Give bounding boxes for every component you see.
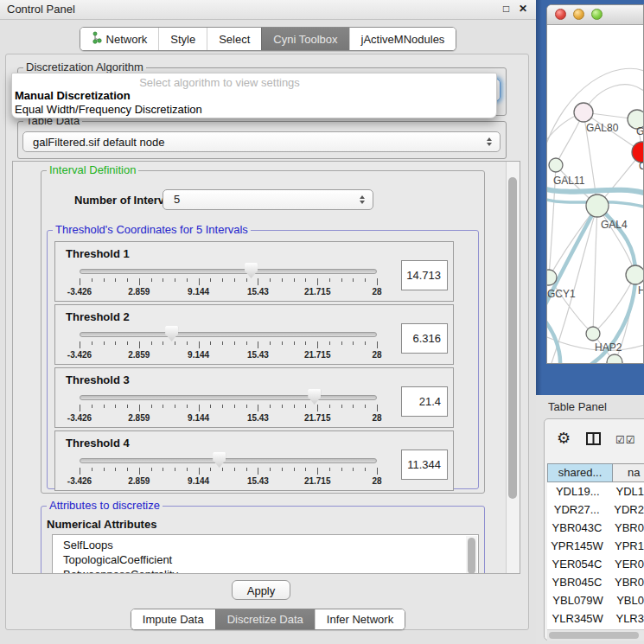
network-node-label: H <box>638 284 644 296</box>
minor-tick <box>127 405 128 408</box>
tick-label: 21.715 <box>304 287 331 296</box>
table-data-combo[interactable]: galFiltered.sif default node <box>22 131 501 152</box>
threshold-value-field[interactable]: 14.713 <box>401 260 448 290</box>
table-row[interactable]: YBL079WYBL0 <box>547 591 644 609</box>
tab-jactivemnodules[interactable]: jActiveMNodules <box>349 28 456 50</box>
table-row[interactable]: YER054CYER0 <box>547 555 644 573</box>
slider-thumb[interactable] <box>308 389 321 405</box>
cell-shared-name: YBR045C <box>547 573 607 591</box>
major-tick <box>80 278 80 285</box>
horizontal-scrollbar[interactable] <box>547 629 644 641</box>
tab-impute-data[interactable]: Impute Data <box>131 609 215 629</box>
network-edge-thick[interactable] <box>597 206 635 275</box>
checkbox-icons[interactable]: ☑☑ <box>615 434 636 446</box>
slider-track[interactable] <box>80 458 377 463</box>
threshold-value-field[interactable]: 11.344 <box>401 450 448 480</box>
tab-style[interactable]: Style <box>158 28 207 50</box>
zoom-traffic-light-icon[interactable] <box>591 9 603 20</box>
network-edge[interactable] <box>597 206 635 275</box>
dropdown-option[interactable]: Manual Discretization <box>15 89 131 102</box>
minor-tick <box>282 341 283 345</box>
attribute-list-item[interactable]: BetweennessCentrality <box>53 567 478 574</box>
threshold-value-field[interactable]: 6.316 <box>401 323 448 354</box>
minor-tick <box>175 341 175 345</box>
table-column-header[interactable]: shared... <box>547 463 613 482</box>
vertical-scrollbar[interactable] <box>506 162 520 573</box>
tab-network[interactable]: Network <box>80 28 159 50</box>
tick-label: 9.144 <box>188 476 209 486</box>
table-column-header[interactable]: na <box>613 463 644 482</box>
dropdown-prompt: Select algorithm to view settings <box>12 76 427 89</box>
minor-tick <box>246 341 247 345</box>
table-row[interactable]: YBR045CYBR0 <box>547 573 644 591</box>
threshold-label: Threshold 2 <box>66 310 130 323</box>
network-node-gal4[interactable] <box>586 194 609 217</box>
slider-track[interactable] <box>80 269 377 274</box>
network-node-h[interactable] <box>626 265 644 284</box>
network-node-gal80[interactable] <box>574 103 593 122</box>
minor-tick <box>104 278 105 282</box>
major-tick <box>80 341 80 348</box>
slider-thumb[interactable] <box>245 263 258 278</box>
tick-label: 21.715 <box>304 413 331 423</box>
split-columns-icon[interactable] <box>586 432 601 448</box>
vertical-scrollbar-thumb[interactable] <box>508 177 517 499</box>
minor-tick <box>151 405 152 408</box>
list-scrollbar-thumb[interactable] <box>468 538 475 574</box>
major-tick <box>80 405 80 411</box>
network-canvas[interactable]: GAL80GCGAL11GAL4GCY1HHAP2 <box>547 24 644 364</box>
network-edge[interactable] <box>547 68 644 154</box>
slider-thumb[interactable] <box>165 326 178 341</box>
network-edge[interactable] <box>593 275 635 334</box>
table-row[interactable]: YBR043CYBR0 <box>547 519 644 537</box>
tab-discretize-data[interactable]: Discretize Data <box>215 609 315 629</box>
minor-tick <box>341 468 342 471</box>
slider-track[interactable] <box>80 332 377 337</box>
minor-tick <box>210 278 211 282</box>
table-row[interactable]: YPR145WYPR1 <box>547 537 644 555</box>
threshold-value-field[interactable]: 21.4 <box>401 386 448 417</box>
tab-label: Cyni Toolbox <box>273 33 337 46</box>
algorithm-group-label: Discretization Algorithm <box>23 61 146 73</box>
numerical-attributes-list[interactable]: SelfLoopsTopologicalCoefficientBetweenne… <box>52 534 479 574</box>
minor-tick <box>353 341 354 345</box>
horizontal-scrollbar-thumb[interactable] <box>549 632 639 639</box>
table-row[interactable]: YDR27...YDR2 <box>547 501 644 519</box>
tab-infer-network[interactable]: Infer Network <box>315 609 405 629</box>
minor-tick <box>163 405 163 408</box>
attribute-list-item[interactable]: TopologicalCoefficient <box>53 552 478 567</box>
network-node-label: GCY1 <box>547 288 576 300</box>
threshold-panel: Threshold 4-3.4262.8599.14415.4321.71528… <box>54 430 454 491</box>
network-view-window[interactable]: GAL80GCGAL11GAL4GCY1HHAP2 <box>546 4 644 364</box>
major-tick <box>317 278 318 285</box>
minor-tick <box>365 405 366 408</box>
network-edge-thick[interactable] <box>547 188 644 194</box>
table-panel-title: Table Panel <box>548 400 607 413</box>
network-node-gal11[interactable] <box>549 158 563 172</box>
attribute-list-item[interactable]: SelfLoops <box>53 538 478 552</box>
network-edge[interactable] <box>593 206 597 334</box>
slider-track[interactable] <box>80 395 377 400</box>
list-scrollbar[interactable] <box>466 536 477 574</box>
apply-button[interactable]: Apply <box>232 580 290 600</box>
tab-select[interactable]: Select <box>207 28 261 50</box>
gear-icon[interactable]: ⚙ <box>557 429 571 448</box>
minor-tick <box>210 468 211 471</box>
slider-thumb[interactable] <box>213 452 226 468</box>
major-tick <box>139 341 140 348</box>
minor-tick <box>329 468 330 471</box>
network-node-hap2[interactable] <box>586 327 600 341</box>
cell-name: YBL0 <box>609 591 644 609</box>
number-of-intervals-spinner[interactable]: 5 <box>163 189 373 210</box>
tab-cyni-toolbox[interactable]: Cyni Toolbox <box>261 28 348 50</box>
tab-label: Discretize Data <box>227 613 303 626</box>
tab-label: Infer Network <box>327 613 393 626</box>
threshold-label: Threshold 4 <box>66 437 130 450</box>
float-window-icon[interactable]: □ <box>503 3 509 15</box>
close-traffic-light-icon[interactable] <box>555 9 566 20</box>
table-row[interactable]: YDL19...YDL1 <box>547 482 644 501</box>
dropdown-option[interactable]: Equal Width/Frequency Discretization <box>15 103 202 116</box>
close-icon[interactable]: ✕ <box>519 3 527 15</box>
minimize-traffic-light-icon[interactable] <box>573 9 584 20</box>
table-row[interactable]: YLR345WYLR3 <box>547 609 644 628</box>
